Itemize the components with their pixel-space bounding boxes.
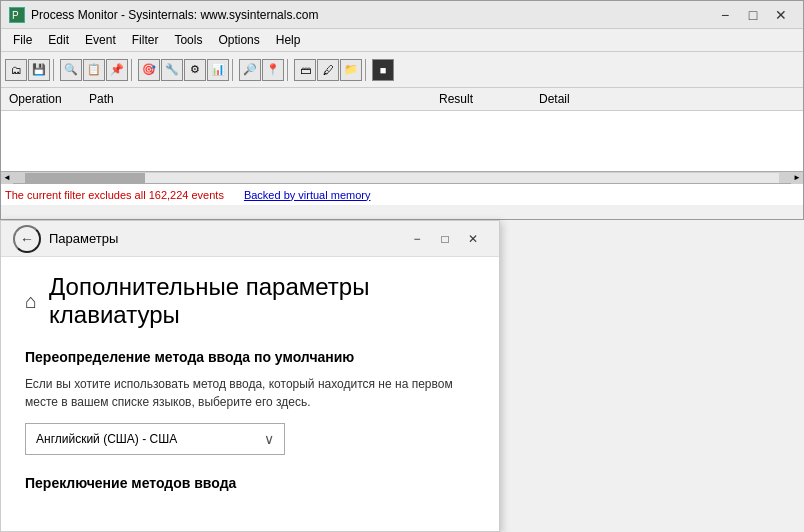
- pm-menubar: File Edit Event Filter Tools Options Hel…: [1, 29, 803, 52]
- toolbar-btn-15[interactable]: ■: [372, 59, 394, 81]
- col-result: Result: [431, 90, 531, 108]
- toolbar-sep-5: [365, 59, 369, 81]
- section2-title: Переключение методов ввода: [25, 475, 475, 491]
- settings-content: ⌂ Дополнительные параметры клавиатуры Пе…: [1, 257, 499, 531]
- toolbar-btn-10[interactable]: 🔎: [239, 59, 261, 81]
- pm-titlebar: P Process Monitor - Sysinternals: www.sy…: [1, 1, 803, 29]
- process-monitor-window: P Process Monitor - Sysinternals: www.sy…: [0, 0, 804, 220]
- menu-help[interactable]: Help: [268, 31, 309, 49]
- toolbar-btn-13[interactable]: 🖊: [317, 59, 339, 81]
- pm-maximize-btn[interactable]: □: [739, 5, 767, 25]
- pm-app-icon: P: [9, 7, 25, 23]
- toolbar-btn-5[interactable]: 📌: [106, 59, 128, 81]
- dropdown-arrow-icon: ∨: [264, 431, 274, 447]
- settings-minimize-btn[interactable]: −: [403, 227, 431, 251]
- scroll-track[interactable]: [25, 173, 779, 183]
- settings-page-header: ⌂ Дополнительные параметры клавиатуры: [25, 273, 475, 329]
- toolbar-btn-11[interactable]: 📍: [262, 59, 284, 81]
- home-icon: ⌂: [25, 290, 37, 313]
- toolbar-btn-2[interactable]: 💾: [28, 59, 50, 81]
- section1-description: Если вы хотите использовать метод ввода,…: [25, 375, 475, 411]
- toolbar-btn-7[interactable]: 🔧: [161, 59, 183, 81]
- pm-content-area: [1, 111, 803, 171]
- settings-titlebar: ← Параметры − □ ✕: [1, 221, 499, 257]
- filter-status: The current filter excludes all 162,224 …: [5, 189, 224, 201]
- toolbar-btn-14[interactable]: 📁: [340, 59, 362, 81]
- menu-options[interactable]: Options: [210, 31, 267, 49]
- menu-file[interactable]: File: [5, 31, 40, 49]
- toolbar-btn-12[interactable]: 🗃: [294, 59, 316, 81]
- pm-title: Process Monitor - Sysinternals: www.sysi…: [31, 8, 711, 22]
- toolbar-btn-3[interactable]: 🔍: [60, 59, 82, 81]
- toolbar-btn-1[interactable]: 🗂: [5, 59, 27, 81]
- svg-text:P: P: [12, 10, 19, 21]
- settings-back-button[interactable]: ←: [13, 225, 41, 253]
- scroll-thumb[interactable]: [25, 173, 145, 183]
- pm-toolbar: 🗂 💾 🔍 📋 📌 🎯 🔧 ⚙ 📊 🔎 📍 🗃 🖊 📁 ■: [1, 52, 803, 88]
- menu-edit[interactable]: Edit: [40, 31, 77, 49]
- col-operation: Operation: [1, 90, 81, 108]
- menu-tools[interactable]: Tools: [166, 31, 210, 49]
- settings-page-title: Дополнительные параметры клавиатуры: [49, 273, 475, 329]
- memory-status[interactable]: Backed by virtual memory: [244, 189, 371, 201]
- pm-column-headers: Operation Path Result Detail: [1, 88, 803, 111]
- pm-close-btn[interactable]: ✕: [767, 5, 795, 25]
- scroll-right-arrow[interactable]: ►: [791, 172, 803, 184]
- toolbar-sep-4: [287, 59, 291, 81]
- pm-scrollbar-horizontal[interactable]: ◄ ►: [1, 171, 803, 183]
- toolbar-btn-9[interactable]: 📊: [207, 59, 229, 81]
- dropdown-value: Английский (США) - США: [36, 432, 264, 446]
- settings-maximize-btn[interactable]: □: [431, 227, 459, 251]
- toolbar-btn-6[interactable]: 🎯: [138, 59, 160, 81]
- toolbar-btn-4[interactable]: 📋: [83, 59, 105, 81]
- col-path: Path: [81, 90, 431, 108]
- settings-close-btn[interactable]: ✕: [459, 227, 487, 251]
- menu-event[interactable]: Event: [77, 31, 124, 49]
- toolbar-btn-8[interactable]: ⚙: [184, 59, 206, 81]
- toolbar-sep-3: [232, 59, 236, 81]
- pm-window-controls: − □ ✕: [711, 5, 795, 25]
- menu-filter[interactable]: Filter: [124, 31, 167, 49]
- section1-title: Переопределение метода ввода по умолчани…: [25, 349, 475, 365]
- settings-title: Параметры: [49, 231, 403, 246]
- toolbar-sep-1: [53, 59, 57, 81]
- toolbar-sep-2: [131, 59, 135, 81]
- col-detail: Detail: [531, 90, 631, 108]
- pm-statusbar: The current filter excludes all 162,224 …: [1, 183, 803, 205]
- settings-window-controls: − □ ✕: [403, 227, 487, 251]
- scroll-left-arrow[interactable]: ◄: [1, 172, 13, 184]
- settings-window: ← Параметры − □ ✕ ⌂ Дополнительные парам…: [0, 220, 500, 532]
- input-method-dropdown[interactable]: Английский (США) - США ∨: [25, 423, 285, 455]
- pm-minimize-btn[interactable]: −: [711, 5, 739, 25]
